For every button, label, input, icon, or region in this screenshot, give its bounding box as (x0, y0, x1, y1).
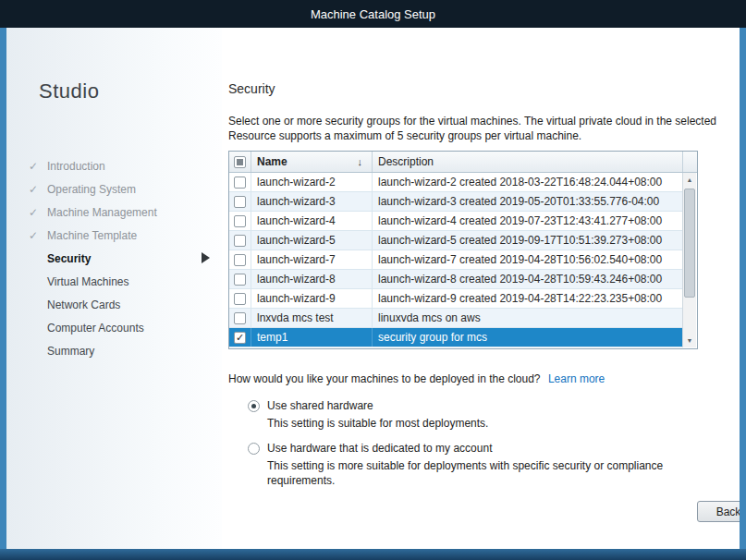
scroll-down-button[interactable]: ▼ (683, 334, 696, 347)
deployment-option: Use hardware that is dedicated to my acc… (228, 441, 732, 488)
row-checkbox[interactable] (234, 177, 246, 189)
select-all-checkbox[interactable] (234, 156, 246, 168)
dialog-content: Studio ✓Introduction✓Operating System✓Ma… (6, 28, 740, 549)
cell-description: launch-wizard-9 created 2019-04-28T14:22… (373, 289, 682, 308)
radio-description: This setting is more suitable for deploy… (228, 458, 702, 488)
header-corner (683, 152, 697, 172)
row-checkbox[interactable]: ✓ (234, 332, 246, 344)
cell-description: security group for mcs (373, 328, 682, 347)
sidebar-item-summary: Summary (6, 339, 222, 362)
scrollbar-thumb[interactable] (684, 189, 695, 298)
step-label: Virtual Machines (47, 275, 129, 288)
step-label: Operating System (47, 183, 136, 196)
table-row[interactable]: launch-wizard-8launch-wizard-8 created 2… (229, 270, 682, 289)
table-row[interactable]: lnxvda mcs testlinuxvda mcs on aws (229, 309, 682, 328)
row-checkbox-cell (229, 231, 251, 250)
cell-name: temp1 (251, 328, 373, 347)
vertical-scrollbar[interactable]: ▲ ▼ (682, 173, 696, 347)
row-checkbox[interactable] (234, 312, 246, 324)
cell-description: launch-wizard-8 created 2019-04-28T10:59… (373, 270, 682, 288)
step-label: Summary (47, 345, 94, 358)
check-icon: ✓ (29, 206, 47, 219)
main-panel: Security Select one or more security gro… (228, 28, 740, 549)
studio-logo: Studio (39, 79, 99, 103)
sidebar-item-operating-system[interactable]: ✓Operating System (6, 177, 222, 201)
wizard-sidebar: Studio ✓Introduction✓Operating System✓Ma… (6, 28, 222, 549)
row-checkbox-cell (229, 250, 251, 269)
cell-description: linuxvda mcs on aws (373, 309, 682, 327)
check-icon: ✓ (29, 183, 47, 196)
security-groups-table: Name ↓ Description launch-wizard-2launch… (228, 151, 698, 349)
radio-option[interactable]: Use hardware that is dedicated to my acc… (228, 441, 732, 456)
table-row[interactable]: launch-wizard-3launch-wizard-3 created 2… (229, 192, 682, 212)
row-checkbox-cell (229, 289, 251, 308)
table-row[interactable]: launch-wizard-4launch-wizard-4 created 2… (229, 212, 682, 231)
check-icon: ✓ (236, 333, 244, 343)
step-label: Machine Management (47, 206, 157, 219)
window-titlebar[interactable]: Machine Catalog Setup (0, 0, 746, 28)
indeterminate-mark-icon (237, 159, 243, 165)
row-checkbox[interactable] (234, 293, 246, 305)
scroll-up-button[interactable]: ▲ (683, 173, 696, 187)
cell-name: launch-wizard-5 (251, 231, 373, 250)
radio-option[interactable]: Use shared hardware (228, 398, 732, 413)
cell-description: launch-wizard-2 created 2018-03-22T16:48… (373, 173, 682, 191)
radio-button[interactable] (248, 400, 260, 412)
security-group-rows: launch-wizard-2launch-wizard-2 created 2… (229, 173, 682, 348)
machine-catalog-setup-window: Machine Catalog Setup Studio ✓Introducti… (0, 0, 746, 560)
sidebar-item-introduction[interactable]: ✓Introduction (6, 154, 222, 177)
sidebar-item-security[interactable]: Security (6, 247, 222, 270)
cell-description: launch-wizard-4 created 2019-07-23T12:43… (373, 212, 682, 230)
column-header-description[interactable]: Description (373, 152, 683, 172)
row-checkbox-cell (229, 309, 251, 327)
cell-name: launch-wizard-8 (251, 270, 373, 288)
row-checkbox[interactable] (234, 215, 246, 227)
radio-button[interactable] (248, 443, 260, 455)
row-checkbox-cell (229, 192, 251, 211)
row-checkbox-cell (229, 270, 251, 288)
step-label: Machine Template (47, 229, 137, 242)
sidebar-item-virtual-machines: Virtual Machines (6, 270, 222, 293)
window-title: Machine Catalog Setup (311, 7, 435, 21)
check-icon: ✓ (29, 160, 47, 173)
row-checkbox-cell: ✓ (229, 328, 251, 347)
deployment-section: How would you like your machines to be d… (228, 371, 732, 498)
current-step-arrow-icon (202, 252, 210, 263)
radio-label: Use hardware that is dedicated to my acc… (267, 441, 492, 456)
step-label: Security (47, 252, 91, 265)
row-checkbox[interactable] (234, 254, 246, 266)
cell-description: launch-wizard-5 created 2019-09-17T10:51… (373, 231, 682, 250)
deployment-options: Use shared hardwareThis setting is suita… (228, 398, 732, 488)
radio-description: This setting is suitable for most deploy… (228, 416, 702, 431)
sidebar-item-computer-accounts: Computer Accounts (6, 316, 222, 339)
table-row[interactable]: launch-wizard-9launch-wizard-9 created 2… (229, 289, 682, 309)
back-button[interactable]: Back (697, 501, 740, 522)
table-header: Name ↓ Description (229, 152, 697, 173)
learn-more-link[interactable]: Learn more (548, 372, 605, 385)
cell-description: launch-wizard-3 created 2019-05-20T01:33… (373, 192, 682, 211)
table-row[interactable]: launch-wizard-5launch-wizard-5 created 2… (229, 231, 682, 250)
column-header-name[interactable]: Name ↓ (251, 152, 373, 172)
row-checkbox[interactable] (234, 196, 246, 208)
row-checkbox[interactable] (234, 274, 246, 286)
column-name-label: Name (257, 155, 287, 168)
cell-name: launch-wizard-2 (251, 173, 373, 191)
table-row[interactable]: launch-wizard-2launch-wizard-2 created 2… (229, 173, 682, 192)
row-checkbox[interactable] (234, 235, 246, 247)
row-checkbox-cell (229, 212, 251, 230)
sidebar-item-machine-management[interactable]: ✓Machine Management (6, 201, 222, 224)
cell-name: launch-wizard-7 (251, 250, 373, 269)
row-checkbox-cell (229, 173, 251, 191)
cell-name: launch-wizard-9 (251, 289, 373, 308)
step-label: Introduction (47, 160, 105, 173)
check-icon: ✓ (29, 229, 47, 242)
deployment-option: Use shared hardwareThis setting is suita… (228, 398, 732, 431)
table-row[interactable]: launch-wizard-7launch-wizard-7 created 2… (229, 250, 682, 270)
sidebar-item-machine-template[interactable]: ✓Machine Template (6, 224, 222, 247)
table-row[interactable]: ✓temp1security group for mcs (229, 328, 682, 347)
step-label: Computer Accounts (47, 322, 144, 335)
select-all-header-cell[interactable] (229, 152, 251, 172)
cell-name: launch-wizard-3 (251, 192, 373, 211)
deployment-question-text: How would you like your machines to be d… (228, 372, 541, 385)
sidebar-item-network-cards: Network Cards (6, 293, 222, 316)
